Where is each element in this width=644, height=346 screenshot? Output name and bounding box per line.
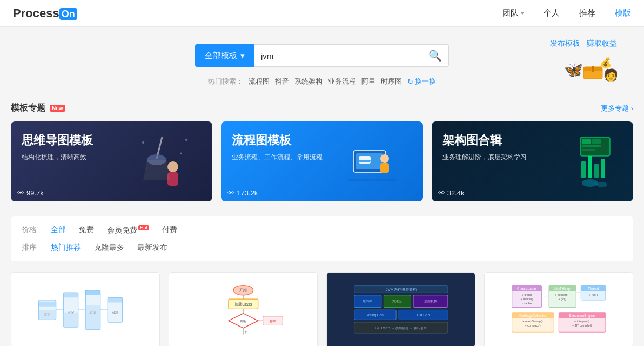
search-button[interactable]: 🔍: [428, 49, 442, 62]
sort-options: 热门推荐 克隆最多 最新发布: [48, 242, 171, 254]
hot-tag-sequence[interactable]: 时序图: [381, 77, 402, 86]
svg-text:JVM内存模型架构: JVM内存模型架构: [386, 287, 417, 291]
svg-point-13: [180, 153, 182, 154]
price-label: 价格: [22, 225, 39, 235]
nav-item-recommend[interactable]: 推荐: [579, 8, 595, 18]
svg-text:异常: 异常: [270, 318, 276, 322]
more-topics-link[interactable]: 更多专题 ›: [601, 104, 633, 113]
svg-point-12: [185, 139, 187, 141]
svg-rect-47: [38, 310, 56, 320]
svg-text:Old Gen: Old Gen: [417, 313, 430, 317]
price-member-free[interactable]: 会员免费Hot: [104, 224, 152, 236]
svg-text:堆内存: 堆内存: [362, 299, 372, 303]
svg-rect-24: [582, 145, 601, 147]
nav-item-personal[interactable]: 个人: [544, 8, 560, 18]
main-content: 全部模板 ▾ 🔍 发布模板 赚取收益 🦋: [0, 27, 644, 346]
svg-point-8: [167, 161, 178, 172]
search-input[interactable]: [261, 51, 428, 60]
svg-rect-36: [63, 293, 78, 297]
hot-tag-flowchart[interactable]: 流程图: [249, 77, 270, 86]
svg-rect-27: [588, 156, 592, 178]
category-button[interactable]: 全部模板 ▾: [195, 44, 254, 67]
template-item-3[interactable]: JVM内存模型架构 堆内存 方法区 虚拟机栈 Young Gen Old Gen: [326, 272, 475, 346]
main-nav: 团队 ▾ 个人 推荐 模版: [502, 8, 631, 18]
price-all[interactable]: 全部: [48, 224, 69, 236]
price-paid[interactable]: 付费: [159, 224, 180, 236]
svg-text:+ markSweep(): + markSweep(): [522, 319, 542, 322]
nav-item-team[interactable]: 团队 ▾: [502, 8, 524, 18]
publish-template-link[interactable]: 发布模板: [550, 39, 580, 49]
publish-illustration: 🦋 💰 🧑: [563, 51, 617, 83]
svg-point-18: [380, 154, 389, 163]
sort-new[interactable]: 最新发布: [134, 242, 171, 254]
svg-text:JVM Heap: JVM Heap: [554, 286, 570, 290]
sort-label: 排序: [22, 243, 39, 253]
template-card-architecture[interactable]: 架构图合辑 业务理解进阶，底层架构学习: [432, 121, 633, 201]
svg-rect-20: [348, 179, 397, 181]
sort-hot[interactable]: 热门推荐: [48, 242, 84, 254]
svg-text:Young Gen: Young Gen: [366, 313, 384, 317]
svg-text:- cache: - cache: [522, 302, 532, 305]
svg-text:出水: 出水: [112, 310, 118, 314]
svg-rect-33: [38, 301, 56, 306]
section-title: 模板专题 New: [11, 103, 65, 114]
template-card-mindmap[interactable]: 思维导图模板 结构化梳理，清晰高效: [11, 121, 212, 201]
svg-rect-17: [359, 160, 371, 162]
svg-text:判断: 判断: [240, 318, 246, 322]
svg-rect-48: [63, 312, 78, 327]
svg-point-30: [582, 179, 598, 187]
publish-icon-area: 🦋 💰 🧑: [563, 51, 617, 85]
template-item-4[interactable]: ClassLoader + load() + define() - cache …: [484, 272, 633, 346]
svg-text:+ run(): + run(): [589, 293, 598, 296]
nav-item-template[interactable]: 模版: [615, 8, 631, 18]
svg-text:加载Class: 加载Class: [234, 301, 252, 306]
thumb-3: JVM内存模型架构 堆内存 方法区 虚拟机栈 Young Gen Old Gen: [327, 273, 475, 346]
card-views-flowchart: 173.2k: [227, 189, 258, 197]
svg-text:GC Roots → 类加载器 → 执行引擎: GC Roots → 类加载器 → 执行引擎: [375, 325, 427, 329]
template-card-flowchart[interactable]: 流程图模板 业务流程、工作流程、常用流程: [221, 121, 422, 201]
svg-text:ClassLoader: ClassLoader: [517, 286, 537, 290]
publish-banner: 发布模板 赚取收益 🦋 💰 🧑: [550, 39, 617, 85]
hot-tag-ali[interactable]: 阿里: [361, 77, 375, 86]
price-options: 全部 免费 会员免费Hot 付费: [48, 224, 180, 236]
svg-rect-29: [601, 159, 605, 178]
card-illus-mindmap: [112, 121, 213, 201]
new-badge: New: [50, 105, 65, 112]
filter-bar: 价格 全部 免费 会员免费Hot 付费 排序 热门推荐 克隆最多 最新发布: [11, 216, 633, 261]
search-input-wrap: 🔍: [254, 44, 449, 67]
card-views-mindmap: 99.7k: [17, 189, 44, 197]
sort-clone[interactable]: 克隆最多: [91, 242, 128, 254]
svg-rect-26: [581, 161, 586, 178]
svg-text:虚拟机栈: 虚拟机栈: [424, 299, 437, 303]
svg-text:+ allocate(): + allocate(): [555, 293, 569, 296]
logo[interactable]: ProcessOn: [13, 6, 77, 21]
svg-point-31: [596, 182, 607, 187]
price-free[interactable]: 免费: [76, 224, 97, 236]
svg-text:💰: 💰: [600, 57, 612, 69]
svg-text:+ define(): + define(): [520, 297, 533, 300]
hot-search: 热门搜索： 流程图 抖音 系统架构 业务流程 阿里 时序图 换一换: [11, 77, 633, 86]
logo-text: ProcessOn: [13, 6, 77, 21]
svg-text:ExecutionEngine: ExecutionEngine: [569, 313, 595, 317]
svg-text:🧑: 🧑: [603, 67, 617, 82]
template-grid: 进水 沉淀 过滤 出水: [11, 272, 633, 346]
publish-links: 发布模板 赚取收益: [550, 39, 617, 49]
svg-rect-25: [582, 149, 595, 151]
section-header: 模板专题 New 更多专题 ›: [11, 103, 633, 114]
hot-tag-business[interactable]: 业务流程: [328, 77, 356, 86]
svg-rect-39: [85, 290, 100, 295]
card-views-architecture: 32.4k: [438, 189, 465, 197]
svg-text:Y: Y: [245, 330, 247, 334]
template-item-2[interactable]: 开始 加载Class 判断 N Y 异常: [169, 272, 318, 346]
thumb-1: 进水 沉淀 过滤 出水: [11, 273, 159, 346]
template-item-1[interactable]: 进水 沉淀 过滤 出水: [11, 272, 160, 346]
refresh-button[interactable]: 换一换: [407, 77, 436, 86]
svg-rect-3: [592, 66, 594, 72]
hot-tag-arch[interactable]: 系统架构: [294, 77, 323, 86]
svg-text:+ JIT compile(): + JIT compile(): [572, 324, 592, 327]
earn-link[interactable]: 赚取收益: [587, 39, 617, 49]
hot-tag-douyin[interactable]: 抖音: [275, 77, 289, 86]
template-cards: 思维导图模板 结构化梳理，清晰高效: [11, 121, 633, 201]
thumb-2: 开始 加载Class 判断 N Y 异常: [169, 273, 317, 346]
svg-rect-22: [582, 139, 591, 144]
